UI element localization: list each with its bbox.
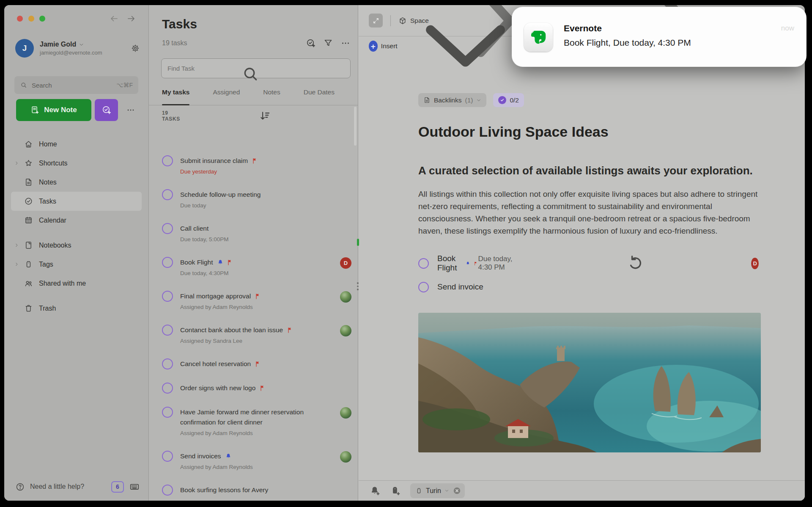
panel-resize-handle[interactable]: [357, 282, 359, 292]
search-input[interactable]: Search ⌥⌘F: [14, 76, 138, 94]
help-badge[interactable]: 6: [111, 481, 124, 493]
tasks-more-button[interactable]: [340, 38, 351, 48]
task-checkbox[interactable]: [162, 383, 173, 394]
task-row[interactable]: Contanct bank about the loan issueAssign…: [162, 325, 351, 345]
backlinks-pill[interactable]: Backlinks (1): [418, 93, 486, 107]
check-circle-plus-icon: [306, 38, 316, 48]
task-progress-pill[interactable]: 0/2: [493, 93, 524, 107]
note-subtitle[interactable]: A curated selection of available listing…: [418, 161, 759, 180]
more-actions-button[interactable]: [121, 102, 140, 118]
sidebar-item-trash[interactable]: Trash: [11, 299, 142, 318]
minimize-window-button[interactable]: [28, 16, 34, 22]
task-row[interactable]: Cancel hotel reservation: [162, 359, 351, 369]
sidebar-nav: HomeShortcutsNotesTasksCalendarNotebooks…: [4, 135, 148, 318]
chevron-right-icon[interactable]: [14, 160, 19, 166]
new-task-button[interactable]: [95, 99, 118, 121]
note-scroll-area[interactable]: Backlinks (1) 0/2 Outdoor Living Space I…: [359, 56, 805, 480]
note-task-row[interactable]: Book FlightDue today, 4:30 PMD: [418, 253, 759, 273]
task-checkbox[interactable]: [162, 189, 173, 200]
priority-flag-icon: [252, 157, 258, 164]
note-title[interactable]: Outdoor Living Space Ideas: [418, 122, 759, 141]
task-checkbox[interactable]: [162, 407, 173, 418]
task-checkbox[interactable]: [162, 257, 173, 268]
task-title: Have Jamie forward me dinner reservation…: [180, 407, 335, 427]
sidebar-item-shared-with-me[interactable]: Shared with me: [11, 274, 142, 293]
close-window-button[interactable]: [17, 16, 23, 22]
help-label[interactable]: Need a little help?: [30, 483, 111, 490]
new-note-button[interactable]: New Note: [16, 99, 91, 121]
ellipsis-icon: [340, 38, 351, 48]
task-checkbox[interactable]: [162, 223, 173, 234]
add-task-button[interactable]: [306, 38, 316, 48]
task-row[interactable]: Final mortgage approvalAssigned by Adam …: [162, 291, 351, 311]
sidebar-item-home[interactable]: Home: [11, 135, 142, 154]
tab-assigned[interactable]: Assigned: [213, 87, 240, 105]
backlinks-count: (1): [465, 96, 473, 104]
add-tag-button[interactable]: [390, 485, 401, 496]
zoom-window-button[interactable]: [39, 16, 45, 22]
chevron-right-icon[interactable]: [14, 242, 19, 248]
task-row[interactable]: Send invoicesAssigned by Adam Reynolds: [162, 451, 351, 471]
note-body[interactable]: All listings within this collection not …: [418, 188, 759, 237]
task-checkbox[interactable]: [162, 485, 173, 496]
task-row[interactable]: Have Jamie forward me dinner reservation…: [162, 407, 351, 438]
assignee-avatar: D: [340, 257, 351, 269]
filter-tasks-button[interactable]: [323, 38, 333, 48]
task-row[interactable]: Call clientDue today, 5:00PM: [162, 223, 351, 244]
sidebar-item-label: Shortcuts: [39, 160, 68, 167]
task-meta: Assigned by Adam Reynolds: [180, 463, 336, 471]
sidebar-item-label: Notebooks: [39, 242, 71, 249]
task-checkbox[interactable]: [162, 358, 173, 369]
task-row[interactable]: Book surfing lessons for Avery: [162, 485, 351, 496]
keyboard-shortcuts-icon[interactable]: [129, 481, 140, 492]
tasks-section-label: 19 TASKS: [162, 110, 180, 122]
sort-icon[interactable]: [180, 110, 349, 122]
sidebar-item-notes[interactable]: Notes: [11, 173, 142, 192]
insert-label: Insert: [381, 42, 398, 50]
scrollbar-thumb[interactable]: [354, 107, 357, 146]
people-icon: [24, 279, 33, 288]
assignee-avatar: [340, 407, 351, 419]
task-meta: Assigned by Adam Reynolds: [180, 303, 336, 311]
search-shortcut: ⌥⌘F: [116, 82, 133, 88]
tab-due-dates[interactable]: Due Dates: [304, 87, 335, 105]
add-reminder-button[interactable]: [370, 485, 381, 496]
note-icon: [423, 96, 431, 104]
search-icon: [156, 64, 345, 84]
chevron-right-icon[interactable]: [14, 262, 19, 267]
task-row[interactable]: Schedule follow-up meetingDue today: [162, 190, 351, 210]
sidebar-item-shortcuts[interactable]: Shortcuts: [11, 154, 142, 173]
settings-button[interactable]: [131, 44, 140, 53]
coastal-photo-graphic: [418, 313, 761, 452]
sidebar-item-calendar[interactable]: Calendar: [11, 211, 142, 230]
sidebar-item-notebooks[interactable]: Notebooks: [11, 236, 142, 255]
task-row[interactable]: Order signs with new logo: [162, 383, 351, 394]
task-list: Submit insurance claimDue yesterdaySched…: [149, 145, 358, 501]
coastal-photo[interactable]: [418, 313, 761, 452]
task-checkbox[interactable]: [162, 451, 173, 462]
sidebar-item-tags[interactable]: Tags: [11, 255, 142, 274]
task-checkbox[interactable]: [418, 258, 429, 269]
priority-flag-icon: [255, 293, 261, 300]
tab-my-tasks[interactable]: My tasks: [162, 87, 189, 105]
navigate-forward-button[interactable]: [126, 14, 136, 24]
tag-pill[interactable]: Turin: [410, 483, 465, 498]
task-row[interactable]: Submit insurance claimDue yesterday: [162, 156, 351, 176]
note-task-row[interactable]: Send invoice: [418, 277, 759, 297]
task-title: Call client: [180, 223, 208, 234]
sidebar-item-tasks[interactable]: Tasks: [11, 192, 142, 211]
task-meta: Assigned by Adam Reynolds: [180, 429, 336, 438]
task-checkbox[interactable]: [162, 325, 173, 336]
remove-tag-button[interactable]: [453, 486, 461, 495]
calendar-icon: [24, 216, 33, 225]
account-switcher[interactable]: J Jamie Gold jamiegold@evernote.com: [15, 38, 140, 58]
tab-notes[interactable]: Notes: [263, 87, 280, 105]
task-checkbox[interactable]: [418, 282, 429, 292]
navigate-back-button[interactable]: [109, 14, 119, 24]
reminder-bell-icon: [225, 453, 232, 460]
task-checkbox[interactable]: [162, 155, 173, 166]
system-notification[interactable]: Evernote Book Flight, Due today, 4:30 PM…: [512, 7, 807, 67]
task-row[interactable]: Book FlightDue today, 4:30PMD: [162, 257, 351, 278]
task-checkbox[interactable]: [162, 291, 173, 302]
help-icon[interactable]: [15, 482, 25, 492]
